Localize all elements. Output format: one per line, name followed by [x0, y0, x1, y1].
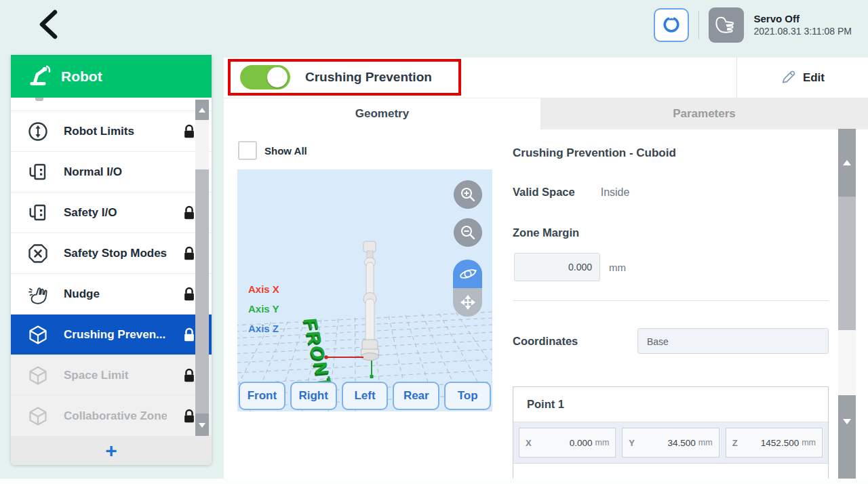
triangle-down-icon: [843, 419, 851, 424]
point-title: Point 1: [527, 398, 564, 411]
sidebar-header: Robot: [11, 55, 212, 98]
view-top-button[interactable]: Top: [444, 382, 491, 410]
lock-icon: [182, 327, 197, 343]
sidebar-item-partial[interactable]: [11, 98, 212, 111]
tab-geometry[interactable]: Geometry: [224, 98, 540, 129]
crushing-prevention-toggle[interactable]: [240, 65, 290, 89]
feature-title: Crushing Prevention: [305, 70, 432, 85]
valid-space-row: Valid Space Inside: [513, 186, 629, 199]
top-bar-divider: [698, 11, 699, 39]
panel-heading: Crushing Prevention - Cuboid: [513, 146, 676, 160]
panel-scrollbar[interactable]: [838, 129, 856, 484]
scroll-up-button[interactable]: [195, 100, 209, 120]
sidebar-item-label: Space Limit: [64, 369, 167, 382]
view-rear-button[interactable]: Rear: [393, 382, 439, 410]
x-unit: mm: [595, 438, 610, 447]
back-button[interactable]: [34, 8, 61, 41]
add-zone-button[interactable]: +: [11, 436, 212, 465]
view-left-button[interactable]: Left: [342, 382, 389, 410]
plus-icon: +: [105, 441, 117, 461]
point-y-field[interactable]: Y 34.500 mm: [622, 428, 719, 458]
zoom-in-button[interactable]: [454, 180, 482, 209]
view-right-button[interactable]: Right: [290, 382, 337, 410]
sidebar-item-label: Crushing Preven...: [64, 328, 167, 342]
axis-legend: Axis X Axis Y Axis Z: [248, 283, 279, 334]
tab-content: Show All: [224, 129, 868, 484]
zone-margin-input[interactable]: 0.000: [514, 253, 600, 281]
limits-icon: [27, 121, 49, 142]
sidebar-item-crushing-preven[interactable]: Crushing Preven...: [11, 315, 212, 355]
point-card: Point 1 X 0.000 mm Y 34.500 mm: [513, 386, 829, 484]
sidebar-item-label: Safety I/O: [64, 206, 167, 220]
triangle-up-icon: [199, 108, 205, 113]
sidebar-item-space-limit[interactable]: Space Limit: [11, 355, 212, 396]
panel-divider: [513, 300, 829, 301]
sidebar-item-safety-i-o[interactable]: Safety I/O: [11, 193, 212, 233]
lock-icon: [182, 123, 197, 140]
y-unit: mm: [698, 438, 713, 447]
hand-icon: [714, 12, 738, 39]
cube-icon: [27, 365, 49, 386]
point-z-field[interactable]: Z 1452.500 mm: [726, 428, 823, 458]
top-status-cluster: Servo Off 2021.08.31 3:11:08 PM: [654, 5, 852, 45]
bottom-strip: [0, 479, 868, 484]
coordinates-select[interactable]: Base: [637, 328, 829, 354]
panel-scrollbar-thumb[interactable]: [838, 197, 856, 330]
panel-scroll-up-button[interactable]: [838, 129, 856, 197]
lock-icon: [182, 245, 197, 262]
sidebar: Robot Robot LimitsNormal I/OSafety I/OSa…: [11, 55, 212, 465]
main-panel: Crushing Prevention Edit Geometry Parame…: [224, 58, 868, 484]
io-icon: [27, 202, 49, 224]
servo-power-icon: [660, 14, 682, 37]
show-all-control[interactable]: Show All: [238, 141, 307, 160]
sidebar-item-robot-limits[interactable]: Robot Limits: [11, 111, 212, 152]
panel-scroll-down-button[interactable]: [838, 395, 856, 484]
pan-arrows-icon: [458, 293, 477, 312]
sidebar-item-safety-stop-modes[interactable]: Safety Stop Modes: [11, 233, 212, 274]
servo-power-button[interactable]: [654, 8, 689, 42]
rotate-mode-button[interactable]: [453, 260, 482, 288]
view-buttons: Front Right Left Rear Top: [239, 382, 491, 410]
magnifier-minus-icon: [459, 224, 477, 241]
edit-button[interactable]: Edit: [776, 58, 829, 98]
y-axis-label: Y: [629, 438, 635, 448]
axis-x-label: Axis X: [248, 283, 279, 295]
lock-icon: [182, 408, 197, 424]
scroll-down-button[interactable]: [195, 414, 209, 437]
3d-viewer[interactable]: FRONT Axis X: [237, 169, 492, 411]
sidebar-item-label: Nudge: [64, 287, 167, 301]
sidebar-item-collaborative-zone[interactable]: Collaborative Zone: [11, 396, 212, 436]
zone-margin-unit: mm: [609, 262, 626, 273]
point-x-field[interactable]: X 0.000 mm: [519, 428, 616, 458]
main-header: Crushing Prevention Edit: [224, 58, 868, 98]
lock-icon: [182, 367, 197, 384]
axis-z-label: Axis Z: [248, 323, 279, 334]
zoom-out-button[interactable]: [454, 218, 482, 247]
valid-space-value: Inside: [601, 186, 630, 199]
lock-icon: [182, 205, 197, 221]
edit-label: Edit: [803, 71, 825, 85]
toggle-knob: [267, 67, 288, 87]
sidebar-item-normal-i-o[interactable]: Normal I/O: [11, 152, 212, 193]
sidebar-item-nudge[interactable]: Nudge: [11, 274, 212, 315]
stop-icon: [27, 243, 49, 264]
sidebar-scrollbar-thumb[interactable]: [195, 169, 209, 414]
sidebar-scrollbar[interactable]: [195, 100, 209, 437]
y-value: 34.500: [635, 438, 696, 448]
show-all-checkbox[interactable]: [238, 141, 257, 160]
cube-icon: [27, 405, 49, 427]
coordinates-label: Coordinates: [513, 335, 578, 348]
view-front-button[interactable]: Front: [239, 382, 285, 410]
sidebar-list: Robot LimitsNormal I/OSafety I/OSafety S…: [11, 98, 212, 436]
show-all-label: Show All: [264, 145, 307, 157]
settings-panel: Crushing Prevention - Cuboid Valid Space…: [513, 129, 829, 484]
point-coordinates-row: X 0.000 mm Y 34.500 mm Z 1452.500 mm: [513, 422, 828, 464]
pan-mode-button[interactable]: [453, 288, 482, 317]
sidebar-item-label: Normal I/O: [64, 165, 197, 179]
hand-guiding-badge: [709, 7, 744, 43]
pencil-icon: [781, 68, 797, 87]
magnifier-plus-icon: [459, 186, 477, 203]
tab-parameters[interactable]: Parameters: [540, 98, 868, 129]
z-unit: mm: [802, 438, 816, 447]
header-divider: [736, 58, 737, 98]
